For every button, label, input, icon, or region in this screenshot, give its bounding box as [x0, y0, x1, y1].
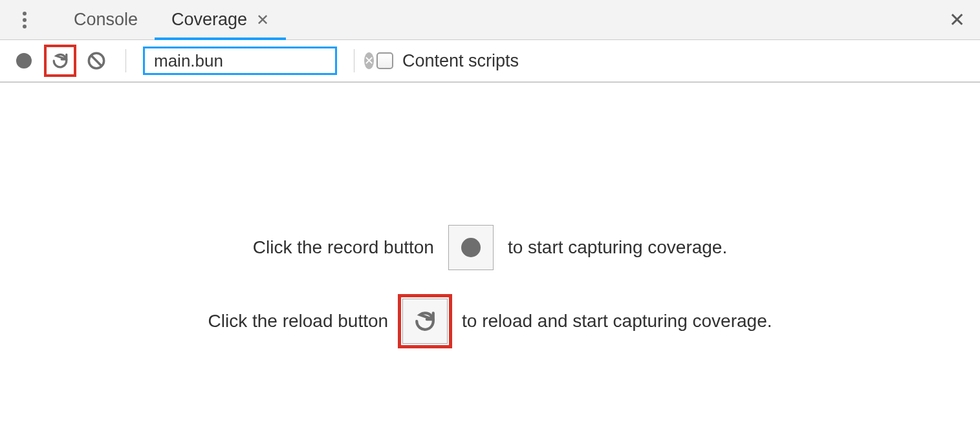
checkbox-icon — [376, 52, 393, 69]
tab-coverage-label: Coverage — [171, 10, 247, 30]
drawer-tabbar: Console Coverage ✕ ✕ — [0, 0, 980, 40]
tab-console[interactable]: Console — [57, 0, 155, 39]
record-button[interactable] — [12, 48, 36, 73]
reload-button[interactable] — [48, 48, 72, 73]
hint-reload: Click the reload button to reload and st… — [208, 299, 772, 344]
more-tabs-icon[interactable] — [12, 7, 38, 33]
hint-text: Click the record button — [253, 237, 434, 258]
close-icon[interactable]: ✕ — [256, 11, 269, 29]
record-icon — [461, 238, 481, 257]
hint-text: to start capturing coverage. — [508, 237, 727, 258]
clear-filter-icon[interactable]: ✕ — [364, 52, 374, 69]
svg-point-1 — [23, 18, 27, 22]
toolbar-divider — [125, 49, 126, 72]
tab-coverage[interactable]: Coverage ✕ — [155, 0, 286, 39]
content-scripts-label: Content scripts — [402, 51, 519, 71]
ban-icon — [87, 52, 105, 70]
inline-reload-button[interactable] — [402, 299, 448, 344]
url-filter[interactable]: ✕ — [143, 47, 337, 75]
coverage-empty-state: Click the record button to start capturi… — [0, 83, 980, 344]
close-drawer-icon[interactable]: ✕ — [941, 5, 972, 36]
svg-point-2 — [23, 25, 27, 28]
svg-line-4 — [91, 56, 102, 66]
record-icon — [16, 53, 32, 69]
tab-console-label: Console — [74, 10, 138, 30]
hint-text: Click the reload button — [208, 311, 388, 332]
svg-point-0 — [23, 12, 27, 16]
reload-icon — [414, 310, 436, 332]
toolbar-divider — [354, 49, 354, 72]
clear-button[interactable] — [84, 48, 109, 73]
hint-record: Click the record button to start capturi… — [253, 225, 727, 270]
coverage-toolbar: ✕ Content scripts — [0, 40, 980, 83]
content-scripts-toggle[interactable]: Content scripts — [376, 51, 519, 71]
hint-text: to reload and start capturing coverage. — [462, 311, 772, 332]
url-filter-input[interactable] — [154, 51, 364, 71]
reload-icon — [52, 52, 69, 69]
inline-record-button[interactable] — [448, 225, 494, 270]
highlighted-reload — [44, 45, 76, 77]
